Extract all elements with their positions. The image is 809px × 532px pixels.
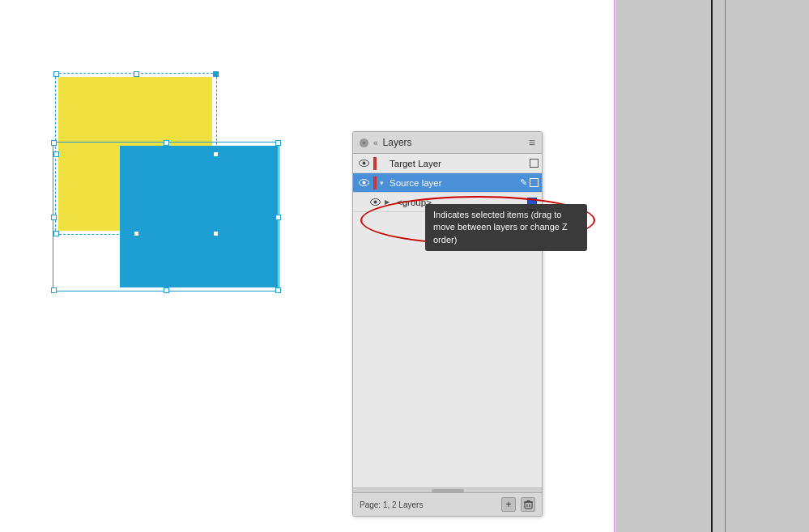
layers-panel: × « Layers ≡ Target Layer	[352, 131, 543, 517]
layer-indicator-source	[373, 177, 377, 189]
layer-actions-source: ✎	[520, 177, 539, 188]
delete-layer-button[interactable]	[521, 497, 535, 512]
guide-vertical-dark	[711, 0, 713, 532]
handle-blue-top-left[interactable]	[51, 140, 57, 146]
handle-top-mid[interactable]	[134, 71, 139, 77]
panel-title: Layers	[383, 137, 412, 148]
footer-page-info: Page: 1, 2 Layers	[360, 500, 423, 509]
handle-top-left[interactable]	[53, 71, 59, 77]
svg-point-1	[362, 162, 365, 165]
layer-indicator-target	[373, 157, 377, 170]
layer-row-group[interactable]: ▶ <group>	[353, 193, 542, 212]
eye-icon-source[interactable]	[356, 176, 371, 190]
layer-actions-target	[530, 159, 539, 168]
handle-blue-bot-right[interactable]	[275, 287, 281, 293]
eye-icon-target[interactable]	[356, 156, 371, 171]
expand-icon-source: ▾	[380, 179, 390, 187]
pen-icon-source[interactable]: ✎	[520, 177, 527, 188]
panel-scroll-indicator	[353, 487, 542, 492]
panel-collapse-button[interactable]: «	[373, 138, 378, 147]
expand-icon-group[interactable]: ▶	[385, 198, 394, 206]
guide-vertical-magenta	[614, 0, 615, 532]
panel-body	[353, 212, 542, 487]
handle-blue-mid-right[interactable]	[275, 215, 281, 220]
panel-scroll-thumb	[432, 489, 464, 492]
add-layer-button[interactable]: +	[501, 497, 516, 512]
layer-row-target[interactable]: Target Layer	[353, 154, 542, 173]
svg-point-3	[362, 181, 365, 185]
handle-blue-bot-left[interactable]	[51, 287, 57, 293]
guide-vertical-red	[725, 0, 726, 532]
svg-point-5	[373, 201, 377, 204]
panel-header-left: × « Layers	[360, 137, 412, 148]
panel-close-button[interactable]: ×	[360, 138, 368, 147]
handle-blue-mid-left[interactable]	[51, 215, 57, 220]
layer-name-source: Source layer	[390, 178, 520, 188]
selected-marker-group[interactable]	[527, 198, 537, 207]
handle-blue-top-right[interactable]	[275, 140, 281, 146]
panel-menu-button[interactable]: ≡	[529, 136, 535, 149]
close-icon: ×	[362, 139, 366, 147]
handle-top-right[interactable]	[213, 71, 219, 77]
layer-name-target: Target Layer	[390, 159, 530, 168]
handle-blue-top-mid[interactable]	[164, 140, 169, 146]
panel-footer: Page: 1, 2 Layers +	[353, 492, 542, 516]
selection-blue	[53, 142, 279, 292]
layer-name-group: <group>	[397, 198, 527, 207]
layer-actions-group	[527, 198, 537, 207]
layer-square-target[interactable]	[530, 159, 539, 168]
handle-blue-bot-mid[interactable]	[164, 287, 169, 293]
layer-row-source[interactable]: ▾ Source layer ✎	[353, 173, 542, 193]
svg-rect-6	[525, 502, 532, 509]
footer-buttons: +	[501, 497, 535, 512]
eye-icon-group[interactable]	[368, 195, 382, 210]
panel-header: × « Layers ≡	[353, 132, 542, 154]
layer-square-source[interactable]	[530, 178, 539, 187]
